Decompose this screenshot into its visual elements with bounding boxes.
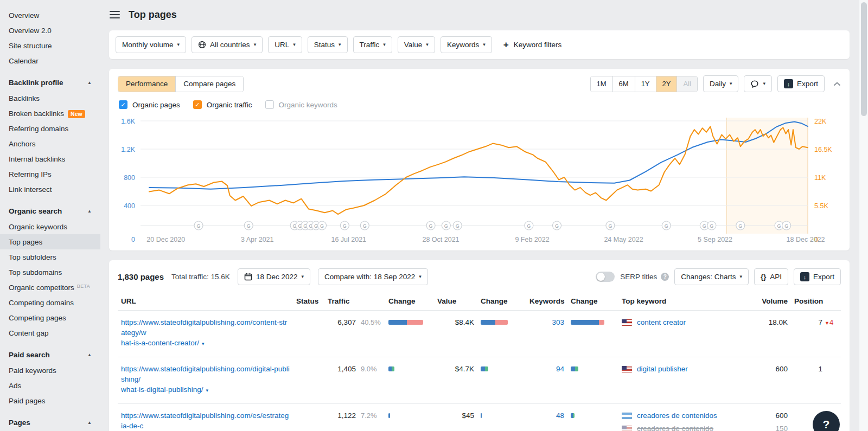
x-axis-label: 20 Dec 2020 <box>146 236 185 243</box>
google-update-marker-label: G <box>777 223 781 229</box>
checkbox-organic-keywords[interactable] <box>265 100 274 109</box>
legend-organic-pages[interactable]: ✓Organic pages <box>119 100 180 109</box>
change-cell <box>477 311 526 357</box>
keyword-filters-button[interactable]: +Keyword filters <box>497 36 567 53</box>
url-caret-icon[interactable]: ▾ <box>202 341 205 346</box>
column-header-traffic[interactable]: Traffic <box>324 292 385 311</box>
sidebar-item-overview[interactable]: Overview <box>0 8 100 23</box>
tab-performance[interactable]: Performance <box>118 76 175 92</box>
range-1y[interactable]: 1Y <box>635 76 656 92</box>
help-icon[interactable]: ? <box>661 273 669 281</box>
url-link[interactable]: hat-is-a-content-creator/ <box>121 339 199 347</box>
granularity-dropdown[interactable]: Daily ▾ <box>703 75 739 92</box>
total-traffic: Total traffic: 15.6K <box>171 273 230 281</box>
column-header-volume[interactable]: Volume <box>748 292 791 311</box>
filter-status[interactable]: Status▾ <box>308 36 348 53</box>
collapse-icon[interactable]: ▲ <box>87 80 92 85</box>
collapse-icon[interactable]: ▲ <box>87 209 92 214</box>
traffic-percent: 40.5% <box>356 317 382 327</box>
sidebar-item-competing-domains[interactable]: Competing domains <box>0 295 100 310</box>
range-2y[interactable]: 2Y <box>656 76 677 92</box>
column-header-position[interactable]: Position <box>791 292 841 311</box>
table-export-button[interactable]: ↓ Export <box>794 268 841 285</box>
pages-table: URLStatusTrafficChangeValueChangeKeyword… <box>118 292 841 431</box>
scrollbar[interactable] <box>859 0 868 431</box>
filter-traffic[interactable]: Traffic▾ <box>353 36 392 53</box>
bar-segment-blue <box>388 413 390 418</box>
sidebar-item-top-pages[interactable]: Top pages <box>0 234 100 249</box>
changes-dropdown[interactable]: Changes: Charts ▾ <box>674 268 749 285</box>
menu-icon[interactable] <box>110 11 120 19</box>
sidebar-item-calendar[interactable]: Calendar <box>0 53 100 68</box>
date-value: 18 Dec 2022 <box>256 273 298 281</box>
sidebar-item-broken-backlinks[interactable]: Broken backlinksNew <box>0 106 100 121</box>
sidebar-item-ads[interactable]: Ads <box>0 378 100 393</box>
checkbox-organic-pages[interactable]: ✓ <box>119 100 127 109</box>
google-update-marker-label: G <box>197 223 201 229</box>
scrollbar-thumb[interactable] <box>861 2 867 116</box>
sidebar-item-anchors[interactable]: Anchors <box>0 136 100 151</box>
column-header-value[interactable]: Value <box>434 292 477 311</box>
top-keyword-link[interactable]: content creator <box>637 317 686 328</box>
column-header-change[interactable]: Change <box>385 292 434 311</box>
performance-panel: PerformanceCompare pages 1M6M1Y2YAll Dai… <box>109 69 850 250</box>
keywords-link[interactable]: 303 <box>552 318 564 326</box>
legend-organic-traffic[interactable]: ✓Organic traffic <box>193 100 252 109</box>
sidebar-item-link-intersect[interactable]: Link intersect <box>0 182 100 197</box>
sidebar-item-organic-competitors[interactable]: Organic competitorsBETA <box>0 280 100 295</box>
url-link[interactable]: https://www.stateofdigitalpublishing.com… <box>121 411 289 430</box>
top-keyword-link[interactable]: digital publisher <box>637 364 688 375</box>
sidebar-item-label: Top subdomains <box>9 268 62 276</box>
sidebar-item-referring-domains[interactable]: Referring domains <box>0 121 100 136</box>
sidebar-item-backlinks[interactable]: Backlinks <box>0 91 100 106</box>
tab-compare-pages[interactable]: Compare pages <box>175 76 243 92</box>
url-link[interactable]: https://www.stateofdigitalpublishing.com… <box>121 365 290 383</box>
left-axis-label: 1.2K <box>121 146 135 153</box>
url-caret-icon[interactable]: ▾ <box>206 388 209 393</box>
sidebar-item-paid-pages[interactable]: Paid pages <box>0 393 100 408</box>
filter-value[interactable]: Value▾ <box>398 36 435 53</box>
range-6m[interactable]: 6M <box>612 76 635 92</box>
filter-keywords[interactable]: Keywords▾ <box>441 36 492 53</box>
sidebar-item-content-gap[interactable]: Content gap <box>0 325 100 340</box>
comment-icon <box>750 80 759 88</box>
column-header-change[interactable]: Change <box>477 292 526 311</box>
range-1m[interactable]: 1M <box>591 76 612 92</box>
column-header-change[interactable]: Change <box>567 292 618 311</box>
top-keyword-link[interactable]: creadores de contenido <box>637 423 713 431</box>
collapse-icon[interactable]: ▲ <box>87 420 92 425</box>
column-header-keywords[interactable]: Keywords <box>526 292 567 311</box>
collapse-chart-icon[interactable] <box>833 82 841 86</box>
filter-monthly-volume[interactable]: Monthly volume▾ <box>116 36 186 53</box>
api-button[interactable]: {} API <box>754 268 788 285</box>
top-keyword-link[interactable]: creadores de contenidos <box>637 410 717 421</box>
keywords-link[interactable]: 94 <box>556 365 564 373</box>
compare-date-button[interactable]: Compare with: 18 Sep 2022 ▾ <box>318 268 428 285</box>
column-header-status[interactable]: Status <box>293 292 324 311</box>
date-picker-button[interactable]: 18 Dec 2022 ▾ <box>238 268 310 285</box>
column-header-top-keyword[interactable]: Top keyword <box>618 292 748 311</box>
sidebar-item-top-subfolders[interactable]: Top subfolders <box>0 249 100 265</box>
url-link[interactable]: https://www.stateofdigitalpublishing.com… <box>121 318 287 337</box>
serp-titles-toggle[interactable] <box>596 272 615 282</box>
sidebar-item-referring-ips[interactable]: Referring IPs <box>0 166 100 182</box>
legend-organic-keywords[interactable]: Organic keywords <box>265 100 337 109</box>
filter-all-countries[interactable]: All countries▾ <box>192 36 263 53</box>
collapse-icon[interactable]: ▲ <box>87 352 92 357</box>
checkbox-organic-traffic[interactable]: ✓ <box>193 100 202 109</box>
sidebar-item-site-structure[interactable]: Site structure <box>0 38 100 53</box>
sidebar-item-competing-pages[interactable]: Competing pages <box>0 310 100 325</box>
export-button[interactable]: ↓ Export <box>777 75 825 92</box>
sidebar-section-backlink-profile: Backlink profile▲ <box>0 75 100 91</box>
sidebar-item-paid-keywords[interactable]: Paid keywords <box>0 363 100 378</box>
sidebar-item-top-subdomains[interactable]: Top subdomains <box>0 265 100 280</box>
sidebar-item-organic-keywords[interactable]: Organic keywords <box>0 219 100 234</box>
top-keyword-cell: content creator <box>618 311 748 357</box>
filter-url[interactable]: URL▾ <box>268 36 302 53</box>
sidebar-item-overview-2-0[interactable]: Overview 2.0 <box>0 23 100 38</box>
url-link[interactable]: what-is-digital-publishing/ <box>121 385 203 394</box>
notes-dropdown[interactable]: ▾ <box>744 75 772 92</box>
column-header-url[interactable]: URL <box>118 292 293 311</box>
keywords-link[interactable]: 48 <box>556 411 564 420</box>
sidebar-item-internal-backlinks[interactable]: Internal backlinks <box>0 151 100 166</box>
